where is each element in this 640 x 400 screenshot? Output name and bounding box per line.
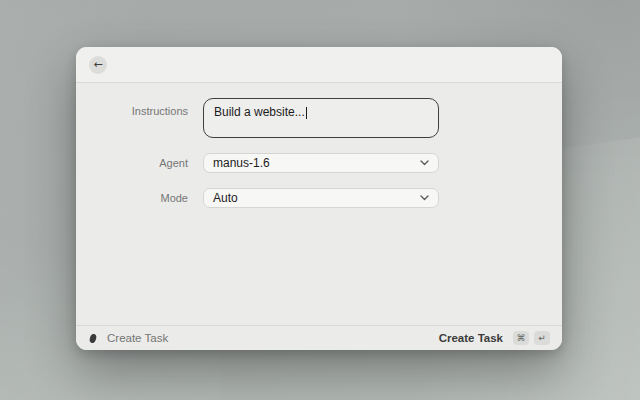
instructions-value: Build a website... <box>214 105 305 119</box>
back-button[interactable]: ← <box>89 56 107 74</box>
create-task-form: Instructions Build a website... Agent ma… <box>76 83 562 325</box>
footer-extension-info: Create Task <box>88 332 168 345</box>
command-key-icon: ⌘ <box>513 331 529 345</box>
manus-icon <box>88 332 98 345</box>
create-task-window: ← Instructions Build a website... Agent … <box>76 47 562 350</box>
agent-select[interactable]: manus-1.6 <box>203 153 439 173</box>
back-arrow-icon: ← <box>93 59 102 70</box>
footer-bar: Create Task Create Task ⌘ ↵ <box>76 325 562 350</box>
instructions-row: Instructions Build a website... <box>76 98 562 138</box>
primary-action-label: Create Task <box>439 332 503 344</box>
instructions-textarea[interactable]: Build a website... <box>203 98 439 138</box>
agent-selected-value: manus-1.6 <box>213 156 270 170</box>
extension-name: Create Task <box>107 332 168 344</box>
mode-select[interactable]: Auto <box>203 188 439 208</box>
text-cursor <box>306 107 307 119</box>
mode-selected-value: Auto <box>213 191 238 205</box>
chevron-down-icon <box>420 195 429 201</box>
create-task-action[interactable]: Create Task ⌘ ↵ <box>439 331 550 345</box>
return-key-icon: ↵ <box>534 331 550 345</box>
mode-label: Mode <box>76 192 203 204</box>
mode-row: Mode Auto <box>76 188 562 208</box>
agent-label: Agent <box>76 157 203 169</box>
instructions-label: Instructions <box>76 98 203 138</box>
window-header: ← <box>76 47 562 83</box>
chevron-down-icon <box>420 160 429 166</box>
agent-row: Agent manus-1.6 <box>76 153 562 173</box>
